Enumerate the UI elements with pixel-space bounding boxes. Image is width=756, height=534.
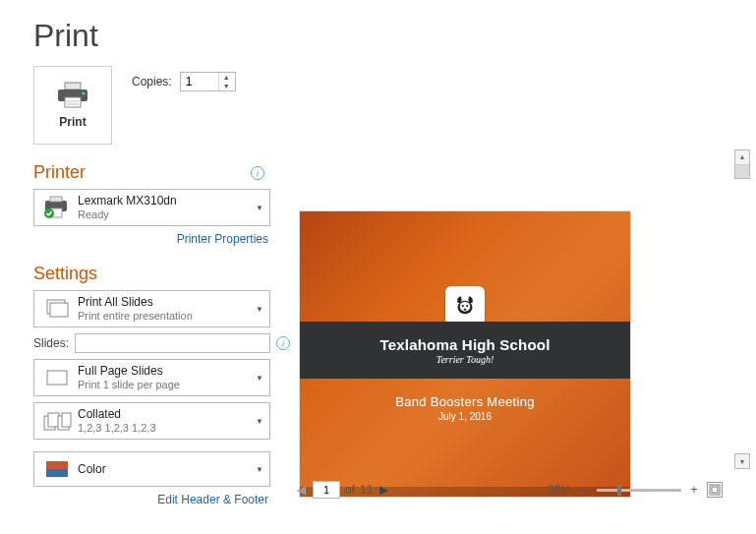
status-bar: ◀ of 11 ▶ 36% − +: [290, 479, 756, 501]
next-page-button[interactable]: ▶: [378, 483, 390, 497]
color-icon: [40, 454, 74, 484]
printer-name: Lexmark MX310dn: [78, 194, 256, 208]
page-total: 11: [360, 483, 373, 497]
page-of-label: of: [345, 483, 355, 497]
zoom-in-button[interactable]: +: [687, 483, 701, 497]
slides-label: Slides:: [33, 336, 69, 350]
slides-row: Slides: i: [33, 333, 270, 353]
copies-down-icon[interactable]: ▼: [219, 82, 234, 90]
settings-section-label: Settings: [33, 264, 97, 283]
slides-range-sub: Print entire presentation: [78, 310, 256, 324]
prev-page-button[interactable]: ◀: [295, 483, 308, 497]
slides-range-main: Print All Slides: [78, 295, 256, 310]
chevron-down-icon: ▼: [256, 374, 265, 383]
zoom-out-button[interactable]: −: [577, 483, 591, 497]
school-tagline: Terrier Tough!: [436, 354, 494, 365]
collate-main: Collated: [78, 407, 256, 422]
color-main: Color: [78, 462, 256, 477]
copies-group: Copies: ▲ ▼: [132, 66, 236, 91]
school-name: Texlahoma High School: [379, 336, 550, 353]
svg-point-22: [466, 305, 468, 307]
layout-main: Full Page Slides: [78, 364, 256, 379]
printer-section-title: Printer i: [33, 162, 270, 183]
full-page-icon: [40, 363, 74, 392]
svg-rect-17: [46, 461, 68, 469]
vertical-scroll-top[interactable]: ▲: [734, 149, 750, 179]
printer-status-icon: [40, 193, 74, 222]
copies-spinner[interactable]: ▲ ▼: [180, 72, 236, 91]
zoom-group: 36% − +: [548, 482, 723, 498]
svg-rect-16: [62, 413, 71, 427]
chevron-down-icon: ▼: [256, 305, 265, 314]
edit-header-footer-row: Edit Header & Footer: [33, 493, 270, 506]
printer-properties-link-row: Printer Properties: [33, 232, 270, 246]
svg-rect-12: [47, 371, 67, 385]
svg-rect-18: [46, 469, 68, 477]
print-button-label: Print: [59, 115, 86, 129]
svg-rect-25: [712, 487, 718, 493]
info-icon[interactable]: i: [251, 166, 264, 180]
scroll-thumb[interactable]: [735, 164, 749, 179]
scroll-down-button[interactable]: ▼: [734, 453, 750, 469]
layout-sub: Print 1 slide per page: [78, 379, 256, 392]
zoom-percent: 36%: [548, 483, 571, 497]
all-slides-icon: [40, 294, 74, 324]
scroll-up-icon[interactable]: ▲: [735, 150, 749, 164]
zoom-slider[interactable]: [597, 489, 681, 492]
printer-properties-link[interactable]: Printer Properties: [177, 232, 268, 246]
svg-rect-11: [50, 303, 68, 317]
printer-icon: [55, 82, 90, 109]
slides-range-dropdown[interactable]: Print All Slides Print entire presentati…: [33, 290, 270, 327]
info-icon[interactable]: i: [276, 336, 290, 350]
fit-to-window-button[interactable]: [707, 482, 723, 498]
page-input[interactable]: [313, 481, 340, 499]
printer-status: Ready: [78, 208, 256, 222]
svg-rect-2: [65, 97, 81, 107]
slide-preview: Texlahoma High School Terrier Tough! Ban…: [300, 211, 630, 497]
chevron-down-icon: ▼: [256, 204, 265, 212]
slide-subtitle: Band Boosters Meeting July 1, 2016: [300, 394, 630, 422]
preview-pane: ▲ ▼: [290, 66, 756, 508]
layout-dropdown[interactable]: Full Page Slides Print 1 slide per page …: [33, 359, 270, 396]
chevron-down-icon: ▼: [256, 417, 265, 426]
slides-input[interactable]: [75, 333, 270, 353]
color-dropdown[interactable]: Color ▼: [33, 451, 270, 487]
printer-dropdown[interactable]: Lexmark MX310dn Ready ▼: [33, 189, 270, 226]
svg-point-21: [462, 305, 464, 307]
print-button[interactable]: Print: [33, 66, 112, 145]
svg-rect-14: [48, 413, 59, 427]
svg-rect-0: [65, 83, 81, 89]
slide-banner: Texlahoma High School Terrier Tough!: [300, 322, 630, 379]
svg-point-23: [464, 309, 467, 311]
edit-header-footer-link[interactable]: Edit Header & Footer: [157, 493, 268, 506]
svg-point-3: [82, 91, 85, 94]
collated-icon: [40, 406, 74, 436]
pager: ◀ of 11 ▶: [295, 481, 390, 499]
settings-section-title: Settings: [33, 264, 270, 284]
mascot-icon: [445, 286, 485, 326]
collate-dropdown[interactable]: Collated 1,2,3 1,2,3 1,2,3 ▼: [33, 402, 270, 440]
svg-rect-7: [50, 197, 62, 202]
chevron-down-icon: ▼: [256, 465, 265, 474]
event-name: Band Boosters Meeting: [300, 394, 630, 409]
copies-label: Copies:: [132, 75, 172, 89]
collate-sub: 1,2,3 1,2,3 1,2,3: [78, 422, 256, 436]
zoom-thumb[interactable]: [617, 485, 621, 496]
left-panel: Print Copies: ▲ ▼ Printer i: [0, 66, 290, 508]
copies-up-icon[interactable]: ▲: [219, 73, 234, 82]
copies-input[interactable]: [181, 73, 218, 90]
printer-section-label: Printer: [33, 162, 86, 182]
event-date: July 1, 2016: [300, 411, 630, 422]
page-title: Print: [33, 18, 756, 54]
